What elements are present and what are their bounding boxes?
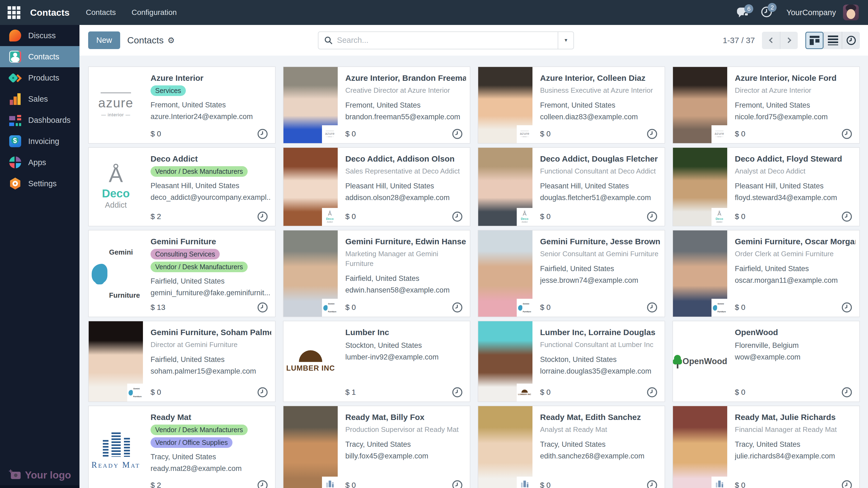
activity-clock-icon[interactable]: [257, 302, 268, 313]
opportunity-amount: $ 0: [540, 388, 551, 397]
company-logo: DecoAddict: [89, 148, 143, 226]
contact-photo: DecoAddict: [478, 148, 532, 226]
azure-logo: azure— interior —: [322, 126, 337, 142]
activity-clock-icon[interactable]: [452, 480, 463, 488]
company-switcher[interactable]: YourCompany: [786, 8, 836, 17]
activity-clock-icon[interactable]: [452, 129, 463, 139]
activity-clock-icon[interactable]: [452, 387, 463, 398]
contact-name: Gemini Furniture, Soham Palmer: [151, 328, 271, 337]
sidebar-item-settings[interactable]: Settings: [0, 173, 80, 194]
sidebar-item-discuss[interactable]: Discuss: [0, 25, 80, 46]
activity-clock-icon[interactable]: [257, 211, 268, 222]
contact-subtitle: Production Supervisor at Ready Mat: [345, 425, 466, 434]
activity-clock-icon[interactable]: [257, 480, 268, 488]
user-avatar[interactable]: [843, 5, 859, 20]
apps-menu-icon[interactable]: [8, 6, 20, 19]
activity-clock-icon[interactable]: [841, 302, 852, 313]
contact-location: Florenville, Belgium: [735, 340, 856, 351]
menu-contacts[interactable]: Contacts: [86, 8, 116, 17]
contact-card[interactable]: Ready Mat Ready Mat, Billy Fox Productio…: [283, 405, 470, 488]
activity-clock-icon[interactable]: [841, 387, 852, 398]
contact-card[interactable]: azure— interior — Azure Interior, Brando…: [283, 66, 470, 144]
contact-photo: Ready Mat: [673, 406, 727, 488]
list-view-button[interactable]: [824, 32, 842, 49]
contact-location: Fairfield, United States: [345, 273, 466, 284]
contact-tags: Consulting ServicesVendor / Desk Manufac…: [151, 249, 271, 272]
activity-clock-icon[interactable]: [647, 129, 657, 139]
contact-card[interactable]: DecoAddict Deco Addict, Douglas Fletcher…: [478, 147, 665, 226]
activity-clock-icon[interactable]: [452, 302, 463, 313]
company-badge-logo: azure— interior —: [322, 125, 338, 143]
contact-card[interactable]: Ready Mat Ready Mat, Edith Sanchez Analy…: [478, 405, 665, 488]
search-dropdown-caret[interactable]: ▼: [558, 32, 574, 49]
contact-card[interactable]: DecoAddict Deco Addict Vendor / Desk Man…: [88, 147, 276, 226]
opportunity-amount: $ 0: [151, 130, 161, 138]
main-area: New Contacts ⚙ ▼ 1-37 / 37: [80, 25, 868, 488]
activity-clock-icon[interactable]: [647, 480, 657, 488]
contact-card[interactable]: LUMBER INC Lumber Inc, Lorraine Douglas …: [478, 321, 665, 402]
breadcrumb: Contacts: [127, 35, 163, 45]
pager-next-button[interactable]: [780, 32, 798, 49]
contact-card[interactable]: OpenWood OpenWood Florenville, Belgium w…: [673, 321, 860, 402]
search-input[interactable]: [337, 32, 558, 49]
contact-card[interactable]: Ready Mat Ready Mat Vendor / Desk Manufa…: [88, 405, 276, 488]
contact-card[interactable]: GeminiFurniture Gemini Furniture Consult…: [88, 230, 276, 317]
activity-clock-icon[interactable]: [257, 387, 268, 398]
contact-card[interactable]: azure— interior — Azure Interior Service…: [88, 66, 276, 144]
azure-logo: azure— interior —: [712, 126, 727, 142]
contact-email: jesse.brown74@example.com: [540, 274, 661, 286]
opportunity-amount: $ 0: [540, 130, 551, 138]
company-logo: azure— interior —: [89, 67, 143, 143]
company-logo: LUMBER INC: [283, 321, 338, 401]
contact-photo: GeminiFurniture: [283, 230, 338, 317]
readymat-logo: Ready Mat: [517, 478, 532, 488]
activity-clock-icon[interactable]: [841, 480, 852, 488]
activity-clock-icon[interactable]: [841, 211, 852, 222]
sidebar-item-dashboards[interactable]: Dashboards: [0, 109, 80, 131]
opportunity-amount: $ 0: [540, 212, 551, 221]
discuss-app-icon: [9, 30, 21, 41]
top-navbar: Contacts Contacts Configuration 6 2 Your…: [0, 0, 868, 25]
contact-email: floyd.steward34@example.com: [735, 192, 856, 204]
sidebar-item-sales[interactable]: Sales: [0, 88, 80, 109]
contact-photo: Ready Mat: [478, 406, 532, 488]
contact-card[interactable]: azure— interior — Azure Interior, Collee…: [478, 66, 665, 144]
activity-clock-icon[interactable]: [647, 387, 657, 398]
category-tag: Services: [151, 86, 186, 96]
activity-clock-icon[interactable]: [647, 302, 657, 313]
contact-location: Pleasant Hill, United States: [540, 180, 661, 192]
sidebar-item-contacts[interactable]: Contacts: [0, 46, 80, 67]
activity-clock-icon[interactable]: [452, 211, 463, 222]
activity-view-button[interactable]: [842, 32, 860, 49]
contact-subtitle: Director at Gemini Furniture: [151, 340, 271, 350]
new-button[interactable]: New: [88, 31, 120, 49]
activity-clock-icon[interactable]: [257, 129, 268, 139]
contact-card[interactable]: Ready Mat Ready Mat, Julie Richards Fina…: [673, 405, 860, 488]
contact-location: Pleasant Hill, United States: [345, 180, 466, 192]
azure-logo: azure— interior —: [517, 126, 532, 142]
contact-card[interactable]: GeminiFurniture Gemini Furniture, Edwin …: [283, 230, 470, 317]
sidebar-item-apps[interactable]: Apps: [0, 152, 80, 173]
gear-icon[interactable]: ⚙: [167, 35, 175, 45]
activities-button[interactable]: 2: [761, 6, 772, 19]
contact-card[interactable]: GeminiFurniture Gemini Furniture, Jesse …: [478, 230, 665, 317]
activity-clock-icon[interactable]: [841, 129, 852, 139]
company-badge-logo: GeminiFurniture: [517, 299, 532, 317]
activity-clock-icon[interactable]: [647, 211, 657, 222]
pager-prev-button[interactable]: [762, 32, 780, 49]
messages-button[interactable]: 6: [737, 8, 749, 18]
sidebar-logo[interactable]: Your logo: [11, 469, 71, 481]
contact-card[interactable]: GeminiFurniture Gemini Furniture, Oscar …: [673, 230, 860, 317]
contact-card[interactable]: DecoAddict Deco Addict, Addison Olson Sa…: [283, 147, 470, 226]
openwood-logo: OpenWood: [673, 321, 727, 401]
menu-configuration[interactable]: Configuration: [131, 8, 177, 17]
category-tag: Vendor / Desk Manufacturers: [151, 425, 248, 435]
kanban-view-button[interactable]: [805, 32, 824, 49]
messages-badge: 6: [744, 4, 753, 13]
sidebar-item-products[interactable]: Products: [0, 67, 80, 88]
sidebar-item-invoicing[interactable]: Invoicing: [0, 131, 80, 152]
contact-card[interactable]: GeminiFurniture Gemini Furniture, Soham …: [88, 321, 276, 402]
contact-card[interactable]: DecoAddict Deco Addict, Floyd Steward An…: [673, 147, 860, 226]
contact-card[interactable]: LUMBER INC Lumber Inc Stockton, United S…: [283, 321, 470, 402]
contact-card[interactable]: azure— interior — Azure Interior, Nicole…: [673, 66, 860, 144]
